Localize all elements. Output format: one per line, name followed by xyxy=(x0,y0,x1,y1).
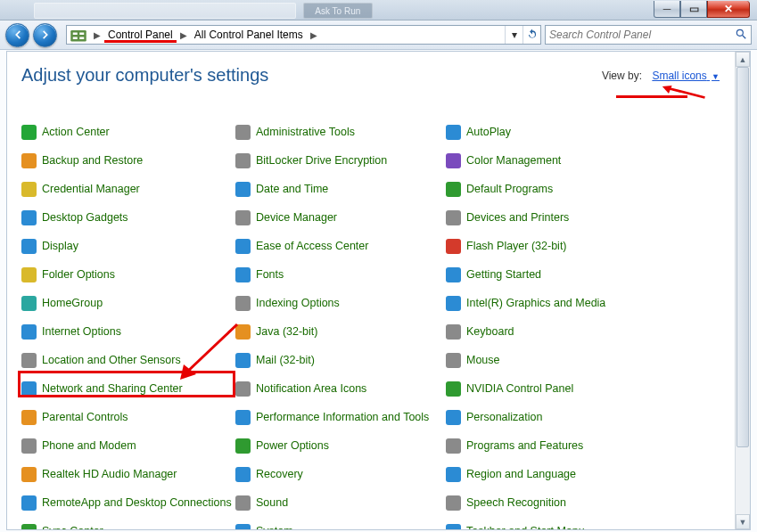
cp-item-color-management[interactable]: Color Management xyxy=(446,150,720,171)
cp-item-realtek-hd-audio-manager[interactable]: Realtek HD Audio Manager xyxy=(21,463,235,485)
back-button[interactable] xyxy=(5,23,29,47)
cp-item-location-and-other-sensors[interactable]: Location and Other Sensors xyxy=(21,349,235,371)
cp-item-display[interactable]: Display xyxy=(21,235,235,257)
cp-item-label: Region and Language xyxy=(466,468,576,480)
scroll-up-button[interactable]: ▲ xyxy=(736,52,750,67)
cp-item-homegroup[interactable]: HomeGroup xyxy=(21,292,235,314)
cp-item-default-programs[interactable]: Default Programs xyxy=(446,178,720,200)
remoteapp-and-desktop-connections-icon xyxy=(21,495,37,511)
cp-item-region-and-language[interactable]: Region and Language xyxy=(446,463,720,485)
cp-item-java-32-bit[interactable]: Java (32-bit) xyxy=(235,321,446,342)
background-tasks: Ask To Run xyxy=(34,3,373,19)
search-icon[interactable] xyxy=(735,28,747,43)
breadcrumb-arrow-icon[interactable]: ▶ xyxy=(90,30,104,40)
page-title: Adjust your computer's settings xyxy=(21,65,268,86)
cp-item-action-center[interactable]: Action Center xyxy=(21,121,235,143)
svg-rect-2 xyxy=(79,33,84,36)
cp-item-label: Devices and Printers xyxy=(466,211,569,224)
mouse-icon xyxy=(446,353,461,368)
cp-item-label: Action Center xyxy=(42,126,110,138)
bitlocker-drive-encryption-icon xyxy=(235,153,251,168)
cp-item-indexing-options[interactable]: Indexing Options xyxy=(235,292,446,314)
view-by-dropdown[interactable]: Small icons ▼ xyxy=(652,70,720,82)
cp-item-internet-options[interactable]: Internet Options xyxy=(21,321,235,342)
breadcrumb-arrow-icon[interactable]: ▶ xyxy=(177,30,191,40)
close-button[interactable]: ✕ xyxy=(707,1,750,18)
cp-item-mail-32-bit[interactable]: Mail (32-bit) xyxy=(235,349,446,371)
getting-started-icon xyxy=(446,267,461,282)
indexing-options-icon xyxy=(235,296,251,311)
breadcrumb-control-panel[interactable]: Control Panel xyxy=(104,29,177,41)
cp-item-label: Display xyxy=(42,240,78,252)
cp-item-keyboard[interactable]: Keyboard xyxy=(446,321,720,342)
cp-item-getting-started[interactable]: Getting Started xyxy=(446,264,720,285)
internet-options-icon xyxy=(21,324,37,340)
search-input[interactable] xyxy=(549,29,735,41)
cp-item-remoteapp-and-desktop-connections[interactable]: RemoteApp and Desktop Connections xyxy=(21,492,235,513)
action-center-icon xyxy=(21,125,37,140)
cp-item-bitlocker-drive-encryption[interactable]: BitLocker Drive Encryption xyxy=(235,150,446,171)
cp-item-label: Network and Sharing Center xyxy=(42,382,183,395)
phone-and-modem-icon xyxy=(21,438,37,454)
cp-item-personalization[interactable]: Personalization xyxy=(446,406,720,428)
cp-item-nvidia-control-panel[interactable]: NVIDIA Control Panel xyxy=(446,378,720,399)
cp-item-recovery[interactable]: Recovery xyxy=(235,463,446,485)
svg-line-6 xyxy=(743,35,746,38)
scroll-down-button[interactable]: ▼ xyxy=(736,514,750,529)
vertical-scrollbar[interactable]: ▲ ▼ xyxy=(735,52,750,529)
scroll-thumb[interactable] xyxy=(736,67,749,447)
cp-item-mouse[interactable]: Mouse xyxy=(446,349,720,371)
cp-item-power-options[interactable]: Power Options xyxy=(235,435,446,456)
cp-item-speech-recognition[interactable]: Speech Recognition xyxy=(446,492,720,513)
minimize-button[interactable]: ─ xyxy=(654,1,680,18)
parental-controls-icon xyxy=(21,410,37,425)
power-options-icon xyxy=(235,438,251,454)
cp-item-date-and-time[interactable]: Date and Time xyxy=(235,178,446,200)
cp-item-programs-and-features[interactable]: Programs and Features xyxy=(446,435,720,456)
cp-item-sync-center[interactable]: Sync Center xyxy=(21,520,235,529)
view-by-control: View by: Small icons ▼ xyxy=(602,70,720,82)
cp-item-backup-and-restore[interactable]: Backup and Restore xyxy=(21,150,235,171)
speech-recognition-icon xyxy=(446,495,461,511)
cp-item-administrative-tools[interactable]: Administrative Tools xyxy=(235,121,446,143)
cp-item-fonts[interactable]: Fonts xyxy=(235,264,446,285)
address-dropdown-button[interactable]: ▾ xyxy=(505,26,522,44)
cp-item-sound[interactable]: Sound xyxy=(235,492,446,513)
cp-item-notification-area-icons[interactable]: Notification Area Icons xyxy=(235,378,446,399)
cp-item-system[interactable]: System xyxy=(235,520,446,529)
cp-item-phone-and-modem[interactable]: Phone and Modem xyxy=(21,435,235,456)
cp-item-network-and-sharing-center[interactable]: Network and Sharing Center xyxy=(21,378,235,399)
sync-center-icon xyxy=(21,524,37,530)
cp-item-performance-information-and-tools[interactable]: Performance Information and Tools xyxy=(235,406,446,428)
cp-item-devices-and-printers[interactable]: Devices and Printers xyxy=(446,207,720,228)
scroll-track[interactable] xyxy=(736,67,750,514)
cp-item-desktop-gadgets[interactable]: Desktop Gadgets xyxy=(21,207,235,228)
breadcrumb-arrow-icon[interactable]: ▶ xyxy=(307,30,321,40)
cp-item-folder-options[interactable]: Folder Options xyxy=(21,264,235,285)
search-box[interactable] xyxy=(545,25,752,45)
cp-item-label: System xyxy=(256,525,293,529)
cp-item-label: Internet Options xyxy=(42,325,121,338)
cp-item-credential-manager[interactable]: Credential Manager xyxy=(21,178,235,200)
maximize-button[interactable]: ▭ xyxy=(680,1,707,18)
cp-item-device-manager[interactable]: Device Manager xyxy=(235,207,446,228)
cp-item-label: Recovery xyxy=(256,468,303,480)
forward-button[interactable] xyxy=(33,23,57,47)
cp-item-ease-of-access-center[interactable]: Ease of Access Center xyxy=(235,235,446,257)
cp-item-label: Credential Manager xyxy=(42,183,140,195)
main-panel: Adjust your computer's settings View by:… xyxy=(6,51,751,530)
cp-item-label: Personalization xyxy=(466,411,542,423)
cp-item-autoplay[interactable]: AutoPlay xyxy=(446,121,720,143)
personalization-icon xyxy=(446,410,461,425)
refresh-button[interactable] xyxy=(522,26,540,44)
bg-task-ask-to-run: Ask To Run xyxy=(303,3,373,19)
cp-item-taskbar-and-start-menu[interactable]: Taskbar and Start Menu xyxy=(446,520,720,529)
svg-rect-0 xyxy=(70,30,86,42)
address-bar[interactable]: ▶ Control Panel ▶ All Control Panel Item… xyxy=(66,25,541,45)
breadcrumb-label: Control Panel xyxy=(108,29,173,41)
cp-item-parental-controls[interactable]: Parental Controls xyxy=(21,406,235,428)
cp-item-intel-r-graphics-and-media[interactable]: Intel(R) Graphics and Media xyxy=(446,292,720,314)
breadcrumb-all-items[interactable]: All Control Panel Items xyxy=(191,29,307,41)
cp-item-flash-player-32-bit[interactable]: Flash Player (32-bit) xyxy=(446,235,720,257)
svg-rect-4 xyxy=(79,37,84,40)
